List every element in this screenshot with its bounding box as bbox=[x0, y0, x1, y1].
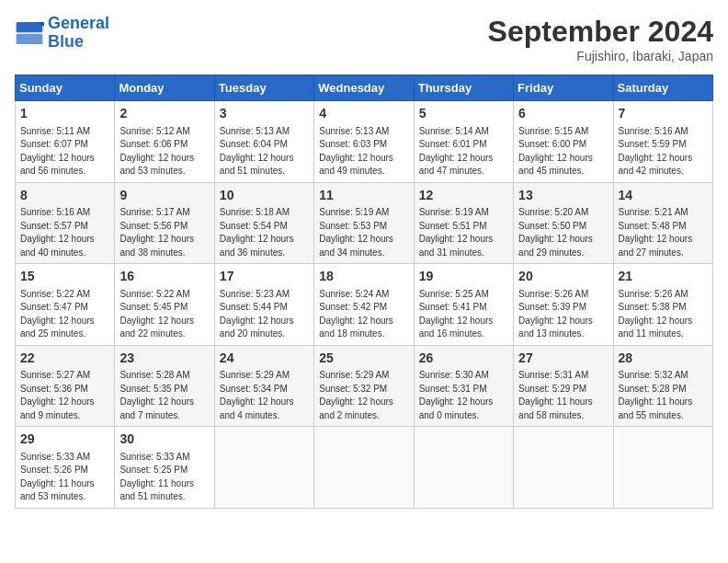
day-number: 16 bbox=[119, 268, 209, 286]
table-row: 17Sunrise: 5:23 AMSunset: 5:44 PMDayligh… bbox=[214, 264, 313, 346]
day-info: Sunrise: 5:25 AMSunset: 5:41 PMDaylight:… bbox=[419, 288, 508, 341]
table-row: 9Sunrise: 5:17 AMSunset: 5:56 PMDaylight… bbox=[115, 182, 214, 264]
day-info: Sunrise: 5:26 AMSunset: 5:38 PMDaylight:… bbox=[619, 288, 708, 341]
table-row: 19Sunrise: 5:25 AMSunset: 5:41 PMDayligh… bbox=[414, 264, 513, 346]
table-row: 11Sunrise: 5:19 AMSunset: 5:53 PMDayligh… bbox=[314, 182, 414, 264]
table-row: 27Sunrise: 5:31 AMSunset: 5:29 PMDayligh… bbox=[514, 345, 613, 427]
table-row: 8Sunrise: 5:16 AMSunset: 5:57 PMDaylight… bbox=[16, 182, 115, 264]
table-row bbox=[414, 427, 513, 509]
col-saturday: Saturday bbox=[613, 75, 712, 101]
day-info: Sunrise: 5:16 AMSunset: 5:57 PMDaylight:… bbox=[20, 206, 109, 259]
table-row: 4Sunrise: 5:13 AMSunset: 6:03 PMDaylight… bbox=[314, 101, 414, 183]
calendar-week-row: 1Sunrise: 5:11 AMSunset: 6:07 PMDaylight… bbox=[16, 101, 713, 183]
col-monday: Monday bbox=[115, 75, 214, 101]
table-row: 28Sunrise: 5:32 AMSunset: 5:28 PMDayligh… bbox=[613, 345, 712, 427]
day-number: 5 bbox=[419, 105, 508, 123]
day-info: Sunrise: 5:18 AMSunset: 5:54 PMDaylight:… bbox=[220, 206, 309, 259]
day-info: Sunrise: 5:22 AMSunset: 5:45 PMDaylight:… bbox=[119, 288, 209, 341]
day-number: 8 bbox=[20, 187, 109, 205]
day-info: Sunrise: 5:33 AMSunset: 5:25 PMDaylight:… bbox=[119, 451, 209, 504]
col-thursday: Thursday bbox=[414, 75, 513, 101]
calendar-week-row: 15Sunrise: 5:22 AMSunset: 5:47 PMDayligh… bbox=[16, 264, 713, 346]
day-number: 2 bbox=[119, 105, 209, 123]
table-row: 7Sunrise: 5:16 AMSunset: 5:59 PMDaylight… bbox=[613, 101, 712, 183]
table-row: 10Sunrise: 5:18 AMSunset: 5:54 PMDayligh… bbox=[214, 182, 313, 264]
day-info: Sunrise: 5:32 AMSunset: 5:28 PMDaylight:… bbox=[619, 369, 708, 422]
day-number: 11 bbox=[319, 187, 408, 205]
table-row: 22Sunrise: 5:27 AMSunset: 5:36 PMDayligh… bbox=[16, 345, 115, 427]
calendar-table: Sunday Monday Tuesday Wednesday Thursday… bbox=[15, 75, 713, 509]
day-number: 17 bbox=[220, 268, 309, 286]
table-row: 13Sunrise: 5:20 AMSunset: 5:50 PMDayligh… bbox=[514, 182, 613, 264]
day-info: Sunrise: 5:15 AMSunset: 6:00 PMDaylight:… bbox=[518, 125, 608, 178]
day-number: 22 bbox=[20, 350, 109, 368]
day-info: Sunrise: 5:11 AMSunset: 6:07 PMDaylight:… bbox=[20, 125, 109, 178]
day-number: 9 bbox=[119, 187, 209, 205]
table-row: 23Sunrise: 5:28 AMSunset: 5:35 PMDayligh… bbox=[115, 345, 214, 427]
table-row: 29Sunrise: 5:33 AMSunset: 5:26 PMDayligh… bbox=[16, 427, 115, 509]
table-row bbox=[314, 427, 414, 509]
logo-line1: General bbox=[48, 14, 109, 32]
day-number: 12 bbox=[419, 187, 508, 205]
day-number: 26 bbox=[419, 350, 508, 368]
calendar-header-row: Sunday Monday Tuesday Wednesday Thursday… bbox=[16, 75, 713, 101]
table-row: 21Sunrise: 5:26 AMSunset: 5:38 PMDayligh… bbox=[613, 264, 712, 346]
table-row bbox=[514, 427, 613, 509]
day-number: 10 bbox=[220, 187, 309, 205]
day-info: Sunrise: 5:29 AMSunset: 5:32 PMDaylight:… bbox=[319, 369, 408, 422]
day-info: Sunrise: 5:12 AMSunset: 6:06 PMDaylight:… bbox=[119, 125, 209, 178]
table-row: 30Sunrise: 5:33 AMSunset: 5:25 PMDayligh… bbox=[115, 427, 214, 509]
day-number: 1 bbox=[20, 105, 109, 123]
day-info: Sunrise: 5:19 AMSunset: 5:51 PMDaylight:… bbox=[419, 206, 508, 259]
day-number: 27 bbox=[518, 350, 608, 368]
table-row: 12Sunrise: 5:19 AMSunset: 5:51 PMDayligh… bbox=[414, 182, 513, 264]
col-tuesday: Tuesday bbox=[214, 75, 313, 101]
day-info: Sunrise: 5:14 AMSunset: 6:01 PMDaylight:… bbox=[419, 125, 508, 178]
table-row bbox=[613, 427, 712, 509]
logo: General Blue bbox=[15, 15, 109, 52]
day-info: Sunrise: 5:24 AMSunset: 5:42 PMDaylight:… bbox=[319, 288, 408, 341]
day-number: 7 bbox=[619, 105, 708, 123]
table-row: 1Sunrise: 5:11 AMSunset: 6:07 PMDaylight… bbox=[16, 101, 115, 183]
table-row: 14Sunrise: 5:21 AMSunset: 5:48 PMDayligh… bbox=[613, 182, 712, 264]
table-row: 26Sunrise: 5:30 AMSunset: 5:31 PMDayligh… bbox=[414, 345, 513, 427]
day-info: Sunrise: 5:22 AMSunset: 5:47 PMDaylight:… bbox=[20, 288, 109, 341]
svg-rect-1 bbox=[17, 34, 43, 44]
day-number: 14 bbox=[619, 187, 708, 205]
day-info: Sunrise: 5:29 AMSunset: 5:34 PMDaylight:… bbox=[220, 369, 309, 422]
day-number: 20 bbox=[518, 268, 608, 286]
day-number: 30 bbox=[119, 431, 209, 449]
day-number: 24 bbox=[220, 350, 309, 368]
day-number: 18 bbox=[319, 268, 408, 286]
logo-icon bbox=[15, 20, 44, 46]
day-info: Sunrise: 5:13 AMSunset: 6:03 PMDaylight:… bbox=[319, 125, 408, 178]
table-row: 3Sunrise: 5:13 AMSunset: 6:04 PMDaylight… bbox=[214, 101, 313, 183]
calendar-week-row: 8Sunrise: 5:16 AMSunset: 5:57 PMDaylight… bbox=[16, 182, 713, 264]
day-number: 23 bbox=[119, 350, 209, 368]
day-number: 25 bbox=[319, 350, 408, 368]
day-number: 21 bbox=[619, 268, 708, 286]
day-info: Sunrise: 5:21 AMSunset: 5:48 PMDaylight:… bbox=[619, 206, 708, 259]
table-row: 5Sunrise: 5:14 AMSunset: 6:01 PMDaylight… bbox=[414, 101, 513, 183]
table-row bbox=[214, 427, 313, 509]
day-number: 15 bbox=[20, 268, 109, 286]
day-info: Sunrise: 5:26 AMSunset: 5:39 PMDaylight:… bbox=[518, 288, 608, 341]
table-row: 20Sunrise: 5:26 AMSunset: 5:39 PMDayligh… bbox=[514, 264, 613, 346]
day-number: 6 bbox=[518, 105, 608, 123]
table-row: 24Sunrise: 5:29 AMSunset: 5:34 PMDayligh… bbox=[214, 345, 313, 427]
day-number: 13 bbox=[518, 187, 608, 205]
day-info: Sunrise: 5:20 AMSunset: 5:50 PMDaylight:… bbox=[518, 206, 608, 259]
day-info: Sunrise: 5:17 AMSunset: 5:56 PMDaylight:… bbox=[119, 206, 209, 259]
day-number: 28 bbox=[619, 350, 708, 368]
day-number: 3 bbox=[220, 105, 309, 123]
logo-text: General Blue bbox=[48, 15, 109, 52]
col-friday: Friday bbox=[514, 75, 613, 101]
table-row: 25Sunrise: 5:29 AMSunset: 5:32 PMDayligh… bbox=[314, 345, 414, 427]
day-info: Sunrise: 5:27 AMSunset: 5:36 PMDaylight:… bbox=[20, 369, 109, 422]
table-row: 2Sunrise: 5:12 AMSunset: 6:06 PMDaylight… bbox=[115, 101, 214, 183]
calendar-week-row: 29Sunrise: 5:33 AMSunset: 5:26 PMDayligh… bbox=[16, 427, 713, 509]
col-sunday: Sunday bbox=[16, 75, 115, 101]
day-info: Sunrise: 5:33 AMSunset: 5:26 PMDaylight:… bbox=[20, 451, 109, 504]
day-info: Sunrise: 5:19 AMSunset: 5:53 PMDaylight:… bbox=[319, 206, 408, 259]
day-info: Sunrise: 5:28 AMSunset: 5:35 PMDaylight:… bbox=[119, 369, 209, 422]
